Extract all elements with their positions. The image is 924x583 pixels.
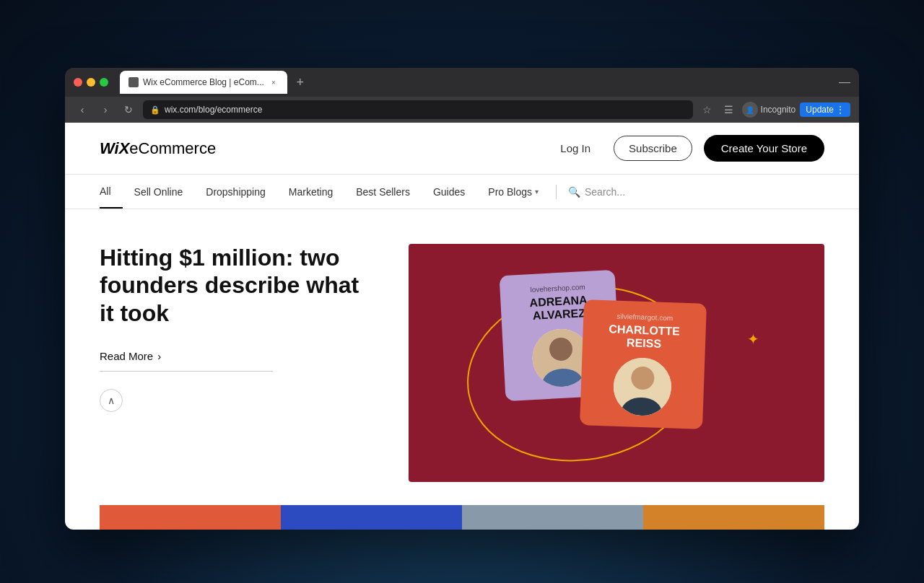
traffic-lights [74, 78, 108, 87]
logo-wix: WiX [100, 139, 129, 158]
browser-chrome: Wix eCommerce Blog | eCom... × + — [65, 68, 859, 97]
logo-ecommerce: eCommerce [129, 139, 216, 158]
site-nav: All Sell Online Dropshipping Marketing B… [65, 175, 859, 209]
nav-item-marketing[interactable]: Marketing [277, 175, 344, 209]
card-charlotte-site: silviefmargot.com [616, 312, 673, 323]
reader-icon: ☰ [724, 104, 733, 115]
update-label: Update [806, 105, 834, 115]
nav-item-best-sellers[interactable]: Best Sellers [344, 175, 422, 209]
back-button[interactable]: ‹ [74, 101, 91, 118]
article-left: Hitting $1 million: two founders describ… [100, 244, 374, 412]
main-content: Hitting $1 million: two founders describ… [65, 209, 859, 505]
star-button[interactable]: ☆ [699, 101, 716, 118]
close-tab-button[interactable]: × [269, 77, 279, 87]
charlotte-avatar-svg [613, 357, 673, 417]
hero-image: lovehershop.com ADREANAALVAREZ [409, 244, 824, 482]
article-title: Hitting $1 million: two founders describ… [100, 244, 374, 327]
thumbnail-2[interactable] [281, 505, 462, 530]
card-container: lovehershop.com ADREANAALVAREZ [409, 244, 824, 482]
reload-icon: ↻ [124, 104, 133, 115]
nav-item-all[interactable]: All [100, 175, 123, 209]
forward-button[interactable]: › [97, 101, 114, 118]
reload-button[interactable]: ↻ [120, 101, 137, 118]
incognito-label: Incognito [761, 105, 796, 115]
webpage: WiX eCommerce Log In Subscribe Create Yo… [65, 123, 859, 530]
minimize-icon: — [839, 76, 850, 89]
update-button[interactable]: Update ⋮ [800, 102, 850, 117]
close-window-button[interactable] [74, 78, 82, 87]
reader-button[interactable]: ☰ [720, 101, 738, 118]
address-bar[interactable]: 🔒 wix.com/blog/ecommerce [143, 100, 693, 119]
read-more-label: Read More [100, 350, 153, 362]
browser-window: Wix eCommerce Blog | eCom... × + — ‹ › ↻… [65, 68, 859, 530]
thumbnails-row [65, 505, 859, 530]
thumbnail-4[interactable] [643, 505, 824, 530]
thumbnail-3[interactable] [462, 505, 643, 530]
lock-icon: 🔒 [150, 105, 160, 115]
minimize-window-button[interactable] [87, 78, 95, 87]
card-charlotte-name: CHARLOTTEREISS [608, 323, 680, 351]
tab-bar: Wix eCommerce Blog | eCom... × + [120, 68, 833, 97]
nav-item-pro-blogs[interactable]: Pro Blogs ▾ [476, 175, 550, 209]
active-tab[interactable]: Wix eCommerce Blog | eCom... × [120, 71, 287, 94]
chevron-icon: › [157, 350, 161, 362]
url-text: wix.com/blog/ecommerce [165, 105, 262, 115]
tab-title: Wix eCommerce Blog | eCom... [143, 77, 264, 87]
star-icon: ☆ [702, 104, 712, 115]
tab-favicon [128, 77, 139, 87]
read-more-divider [100, 371, 273, 372]
forward-icon: › [104, 104, 108, 115]
maximize-window-button[interactable] [100, 78, 108, 87]
scroll-up-icon: ∧ [108, 395, 115, 406]
avatar: 👤 [742, 102, 758, 118]
nav-item-dropshipping[interactable]: Dropshipping [194, 175, 277, 209]
create-store-button[interactable]: Create Your Store [704, 135, 824, 162]
read-more-link[interactable]: Read More › [100, 350, 374, 362]
back-icon: ‹ [81, 104, 84, 115]
search-icon: 🔍 [568, 186, 580, 198]
nav-item-sell-online[interactable]: Sell Online [123, 175, 195, 209]
site-header: WiX eCommerce Log In Subscribe Create Yo… [65, 123, 859, 175]
search-placeholder: Search... [585, 186, 625, 198]
star-decoration: ✦ [747, 330, 759, 348]
login-button[interactable]: Log In [549, 136, 602, 160]
header-actions: Log In Subscribe Create Your Store [549, 135, 824, 162]
chevron-down-icon: ▾ [535, 188, 539, 196]
card-charlotte: silviefmargot.com CHARLOTTEREISS [580, 299, 707, 429]
card-adreana-site: lovehershop.com [530, 283, 585, 294]
nav-separator [556, 185, 557, 199]
nav-search[interactable]: 🔍 Search... [562, 186, 631, 198]
site-logo[interactable]: WiX eCommerce [100, 139, 216, 158]
nav-item-guides[interactable]: Guides [422, 175, 476, 209]
card-adreana-name: ADREANAALVAREZ [529, 294, 588, 322]
subscribe-button[interactable]: Subscribe [614, 136, 692, 161]
nav-actions: ☆ ☰ 👤 Incognito Update ⋮ [699, 101, 850, 118]
navigation-bar: ‹ › ↻ 🔒 wix.com/blog/ecommerce ☆ ☰ 👤 Inc… [65, 97, 859, 123]
menu-icon: ⋮ [836, 105, 845, 115]
hero-graphic: lovehershop.com ADREANAALVAREZ [409, 244, 824, 482]
incognito-badge: 👤 Incognito [742, 102, 796, 118]
new-tab-button[interactable]: + [290, 72, 310, 92]
window-controls-right: — [839, 76, 850, 89]
card-charlotte-avatar [613, 357, 673, 417]
scroll-up-button[interactable]: ∧ [100, 389, 123, 412]
thumbnail-1[interactable] [100, 505, 281, 530]
profile-icon: 👤 [746, 106, 754, 114]
